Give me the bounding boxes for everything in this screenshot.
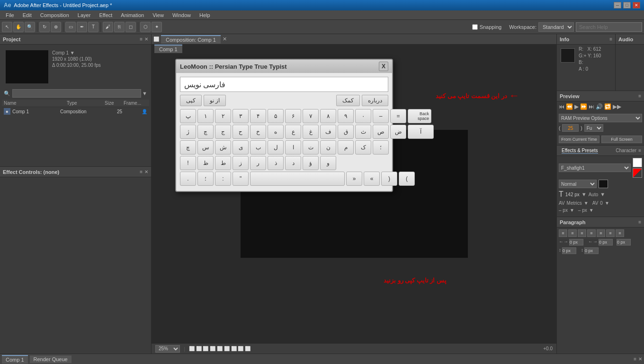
comp-tab-close[interactable]: ✕ <box>223 36 227 42</box>
key-colon[interactable]: : <box>215 172 231 186</box>
key-ta[interactable]: ت <box>303 140 319 155</box>
fps-option-select[interactable]: Fu Half <box>584 124 603 132</box>
minimize-button[interactable]: ─ <box>614 2 621 9</box>
effects-panel-close[interactable]: ✕ <box>144 169 148 174</box>
key-dquote[interactable]: " <box>233 172 249 186</box>
key-lam[interactable]: ل <box>268 140 284 155</box>
key-space[interactable] <box>250 172 345 186</box>
key-che2[interactable]: چ <box>180 140 196 155</box>
align-center-button[interactable]: ≡ <box>568 229 577 237</box>
key-kaf[interactable]: ک <box>355 140 371 155</box>
tool-clone[interactable]: ⎘ <box>114 22 125 32</box>
comp-viewer-tab[interactable]: Composition: Comp 1 <box>161 35 221 44</box>
close-button[interactable]: ✕ <box>633 2 640 9</box>
tool-hand[interactable]: ✋ <box>13 22 24 32</box>
tool-zoom[interactable]: 🔍 <box>25 22 35 32</box>
key-ha[interactable]: ه <box>268 125 284 139</box>
key-ba[interactable]: ب <box>250 140 266 155</box>
key-5[interactable]: ۵ <box>268 109 284 123</box>
maximize-button[interactable]: □ <box>623 2 631 9</box>
tool-anchor[interactable]: ⊕ <box>51 22 61 32</box>
project-list-item-comp1[interactable]: ■ Comp 1 Composition 25 👤 <box>2 107 149 116</box>
tool-roto[interactable]: ⬡ <box>140 22 151 32</box>
zoom-select[interactable]: 25% 50% 100% <box>155 345 180 353</box>
ram-preview-select[interactable]: RAM Preview Options <box>559 114 642 122</box>
key-shin[interactable]: ش <box>215 140 231 155</box>
fill-color-swatch[interactable] <box>633 158 642 167</box>
preview-panel-menu[interactable]: ≡ <box>638 93 641 99</box>
key-zain[interactable]: ز <box>233 156 249 170</box>
preview-next-frame[interactable]: ⏩ <box>580 103 587 110</box>
preview-audio[interactable]: 🔊 <box>596 103 603 110</box>
justify-all-button[interactable]: ≡ <box>597 229 605 237</box>
about-button[interactable]: درباره <box>362 95 388 106</box>
key-dhal[interactable]: ذ <box>268 156 284 170</box>
indent-right-input[interactable] <box>599 239 613 246</box>
align-right-button[interactable]: ≡ <box>578 229 586 237</box>
preview-skip-start[interactable]: ⏮ <box>559 103 564 110</box>
key-qaf[interactable]: ق <box>338 125 354 139</box>
snapping-checkbox[interactable] <box>472 24 478 30</box>
effects-presets-tab[interactable]: Effects & Presets <box>562 148 598 154</box>
key-exclaim[interactable]: ! <box>180 156 196 170</box>
align-left-button[interactable]: ≡ <box>559 229 567 237</box>
dialog-close-button[interactable]: X <box>379 62 388 71</box>
menu-help[interactable]: Help <box>196 11 214 19</box>
auto-dropdown[interactable]: ▼ <box>600 191 605 197</box>
tool-selection[interactable]: ↖ <box>2 22 12 32</box>
menu-animation[interactable]: Animation <box>117 11 148 19</box>
tool-rotate[interactable]: ↻ <box>39 22 50 32</box>
timeline-close[interactable]: ✕ <box>638 356 642 362</box>
key-0[interactable]: ۰ <box>355 109 371 123</box>
project-panel-menu[interactable]: ≡ <box>140 36 143 42</box>
key-equals[interactable]: = <box>390 109 406 123</box>
key-8[interactable]: ۸ <box>320 109 336 123</box>
key-noon[interactable]: ن <box>320 140 336 155</box>
character-tab[interactable]: Character <box>616 148 636 153</box>
key-3[interactable]: ۳ <box>233 109 249 123</box>
tool-eraser[interactable]: ◻ <box>125 22 136 32</box>
menu-composition[interactable]: Composition <box>36 11 73 19</box>
key-close-paren[interactable]: ) <box>399 172 415 186</box>
key-waw[interactable]: و <box>320 156 336 170</box>
info-panel-menu[interactable]: ≡ <box>609 36 612 42</box>
key-tah[interactable]: ط <box>215 156 231 170</box>
effects-panel-menu[interactable]: ≡ <box>140 169 143 174</box>
project-panel-close[interactable]: ✕ <box>144 36 148 42</box>
key-ya[interactable]: ی <box>233 140 249 155</box>
key-7[interactable]: ۷ <box>303 109 319 123</box>
search-dropdown-icon[interactable]: ▼ <box>142 91 147 96</box>
key-dad[interactable]: ض <box>390 125 406 139</box>
from-current-time-button[interactable]: From Current Time <box>559 136 599 143</box>
key-zhe[interactable]: ژ <box>180 125 196 139</box>
space-before-input[interactable] <box>562 247 576 254</box>
black-color-box[interactable] <box>599 180 608 188</box>
style-select[interactable]: Normal <box>559 180 597 188</box>
key-meem[interactable]: م <box>338 140 354 155</box>
px-dropdown-right[interactable]: ▼ <box>589 208 594 213</box>
key-ghain[interactable]: غ <box>303 125 319 139</box>
key-9[interactable]: ۹ <box>338 109 354 123</box>
preview-loop[interactable]: 🔁 <box>604 103 611 110</box>
key-aa[interactable]: آ <box>408 125 434 139</box>
key-ra[interactable]: ر <box>250 156 266 170</box>
align-rtl-button[interactable]: ≡ <box>606 229 615 237</box>
menu-view[interactable]: View <box>149 11 168 19</box>
effects-presets-menu[interactable]: ≡ <box>638 148 641 153</box>
key-seen[interactable]: س <box>197 140 214 155</box>
key-period[interactable]: . <box>180 172 196 186</box>
menu-window[interactable]: Window <box>169 11 195 19</box>
indent-extra-input[interactable] <box>617 239 631 246</box>
key-1[interactable]: ۱ <box>197 109 214 123</box>
indent-left-input[interactable] <box>569 239 583 246</box>
tool-shape[interactable]: ▭ <box>65 22 76 32</box>
menu-file[interactable]: File <box>2 11 18 19</box>
menu-effect[interactable]: Effect <box>95 11 116 19</box>
tool-pen[interactable]: ✒ <box>77 22 87 32</box>
key-zah[interactable]: ظ <box>197 156 214 170</box>
new-button[interactable]: از نو <box>204 95 226 106</box>
key-alef[interactable]: ا <box>285 140 301 155</box>
key-ha2[interactable]: ح <box>233 125 249 139</box>
key-kha[interactable]: خ <box>250 125 266 139</box>
key-guillemet-left[interactable]: « <box>346 172 362 186</box>
